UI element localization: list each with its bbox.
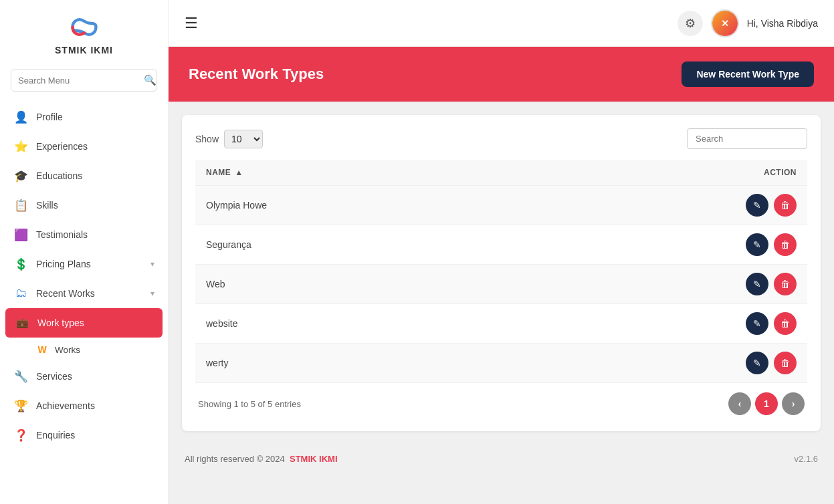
logo-container: STMIK IKMI	[0, 0, 168, 64]
works-icon: W	[36, 344, 48, 356]
sidebar-label-profile: Profile	[36, 112, 154, 122]
recent-works-chevron-icon: ▾	[150, 289, 154, 298]
sidebar: STMIK IKMI 🔍 👤 Profile ⭐ Experiences 🎓 E…	[0, 0, 169, 504]
table-row: Segurança ✎ 🗑	[195, 225, 807, 265]
show-label-text: Show	[195, 134, 219, 144]
table-header-row: NAME ▲ ACTION	[195, 160, 807, 186]
sidebar-search-input[interactable]	[11, 70, 137, 91]
sidebar-item-recent-works[interactable]: 🗂 Recent Works ▾	[0, 279, 168, 308]
sidebar-label-work-types: Work types	[37, 318, 153, 328]
avatar-button[interactable]: ✕	[711, 9, 739, 37]
services-icon: 🔧	[13, 369, 28, 384]
edit-button[interactable]: ✎	[746, 352, 768, 374]
work-types-icon: 💼	[15, 316, 29, 330]
skills-icon: 📋	[13, 198, 28, 213]
cell-name: website	[195, 304, 521, 344]
sidebar-label-achievements: Achievements	[36, 400, 154, 411]
data-card: Show 10 25 50 100 NAME	[182, 115, 821, 431]
new-recent-work-type-button[interactable]: New Recent Work Type	[682, 61, 814, 87]
pricing-icon: 💲	[13, 257, 28, 271]
edit-button[interactable]: ✎	[746, 194, 768, 217]
work-types-table: NAME ▲ ACTION Olympia Howe ✎ 🗑	[195, 160, 807, 383]
show-control: Show 10 25 50 100	[195, 130, 263, 148]
sidebar-item-testimonials[interactable]: 🟪 Testimonials	[0, 220, 168, 249]
sidebar-label-services: Services	[36, 371, 154, 382]
sidebar-label-educations: Educations	[36, 170, 154, 181]
pagination-row: Showing 1 to 5 of 5 entries ‹ 1 ›	[195, 383, 807, 418]
cell-action: ✎ 🗑	[521, 186, 807, 225]
pagination-prev-button[interactable]: ‹	[728, 392, 751, 415]
profile-icon: 👤	[13, 110, 28, 124]
achievements-icon: 🏆	[13, 398, 28, 413]
sidebar-label-works: Works	[55, 345, 80, 355]
edit-button[interactable]: ✎	[746, 312, 768, 335]
delete-button[interactable]: 🗑	[774, 194, 797, 217]
cell-name: Segurança	[195, 225, 521, 265]
cell-action: ✎ 🗑	[521, 225, 807, 265]
show-select[interactable]: 10 25 50 100	[224, 130, 263, 148]
footer: All rights reserved © 2024 STMIK IKMI v2…	[169, 445, 834, 473]
sidebar-label-experiences: Experiences	[36, 141, 154, 152]
sidebar-item-skills[interactable]: 📋 Skills	[0, 191, 168, 220]
cell-name: Olympia Howe	[195, 186, 521, 225]
header: ☰ ⚙ ✕ Hi, Visha Ribdiya	[169, 0, 834, 47]
sidebar-item-services[interactable]: 🔧 Services	[0, 362, 168, 391]
delete-button[interactable]: 🗑	[774, 233, 797, 256]
main-content: ☰ ⚙ ✕ Hi, Visha Ribdiya Recent Work Type…	[169, 0, 834, 504]
recent-works-icon: 🗂	[13, 286, 28, 301]
edit-button[interactable]: ✎	[746, 273, 768, 295]
sidebar-item-works[interactable]: W Works	[0, 338, 168, 362]
delete-button[interactable]: 🗑	[774, 352, 797, 374]
experience-icon: ⭐	[13, 139, 28, 154]
sort-icon[interactable]: ▲	[235, 168, 243, 177]
sidebar-label-testimonials: Testimonials	[36, 229, 154, 240]
cell-action: ✎ 🗑	[521, 304, 807, 344]
pagination-controls: ‹ 1 ›	[728, 392, 805, 415]
education-icon: 🎓	[13, 168, 28, 183]
delete-button[interactable]: 🗑	[774, 312, 797, 335]
pagination-next-button[interactable]: ›	[782, 392, 805, 415]
cell-name: Web	[195, 265, 521, 304]
sidebar-label-enquiries: Enquiries	[36, 430, 154, 440]
showing-text: Showing 1 to 5 of 5 entries	[198, 399, 301, 409]
sidebar-search-button[interactable]: 🔍	[137, 70, 157, 91]
sidebar-search-box[interactable]: 🔍	[11, 69, 157, 92]
cell-action: ✎ 🗑	[521, 265, 807, 304]
sidebar-item-profile[interactable]: 👤 Profile	[0, 102, 168, 132]
page-header: Recent Work Types New Recent Work Type	[169, 47, 834, 102]
sidebar-label-pricing: Pricing Plans	[36, 259, 150, 269]
sidebar-label-skills: Skills	[36, 200, 154, 211]
user-greeting: Hi, Visha Ribdiya	[747, 18, 818, 29]
sidebar-label-recent-works: Recent Works	[36, 288, 150, 299]
sidebar-item-enquiries[interactable]: ❓ Enquiries	[0, 420, 168, 450]
testimonials-icon: 🟪	[13, 227, 28, 242]
delete-button[interactable]: 🗑	[774, 273, 797, 295]
cell-name: werty	[195, 344, 521, 383]
gear-icon: ⚙	[685, 16, 696, 31]
footer-version: v2.1.6	[795, 454, 818, 464]
sidebar-item-pricing[interactable]: 💲 Pricing Plans ▾	[0, 249, 168, 279]
column-header-action: ACTION	[521, 160, 807, 186]
header-left: ☰	[185, 15, 198, 32]
sidebar-item-experiences[interactable]: ⭐ Experiences	[0, 132, 168, 161]
avatar-image: ✕	[712, 11, 738, 36]
sidebar-item-educations[interactable]: 🎓 Educations	[0, 161, 168, 191]
column-header-name: NAME ▲	[195, 160, 521, 186]
edit-button[interactable]: ✎	[746, 233, 768, 256]
settings-button[interactable]: ⚙	[677, 11, 703, 36]
enquiries-icon: ❓	[13, 428, 28, 443]
table-row: Web ✎ 🗑	[195, 265, 807, 304]
footer-copyright: All rights reserved © 2024 STMIK IKMI	[185, 454, 338, 464]
sidebar-item-achievements[interactable]: 🏆 Achievements	[0, 391, 168, 420]
pagination-current-page[interactable]: 1	[755, 392, 778, 415]
table-row: website ✎ 🗑	[195, 304, 807, 344]
card-top-bar: Show 10 25 50 100	[195, 128, 807, 149]
table-search-input[interactable]	[687, 128, 807, 149]
logo-icon	[61, 12, 108, 42]
footer-brand: STMIK IKMI	[290, 454, 338, 464]
hamburger-icon[interactable]: ☰	[185, 15, 198, 32]
sidebar-item-work-types[interactable]: 💼 Work types	[5, 308, 163, 338]
pricing-chevron-icon: ▾	[150, 259, 154, 269]
table-row: werty ✎ 🗑	[195, 344, 807, 383]
table-row: Olympia Howe ✎ 🗑	[195, 186, 807, 225]
